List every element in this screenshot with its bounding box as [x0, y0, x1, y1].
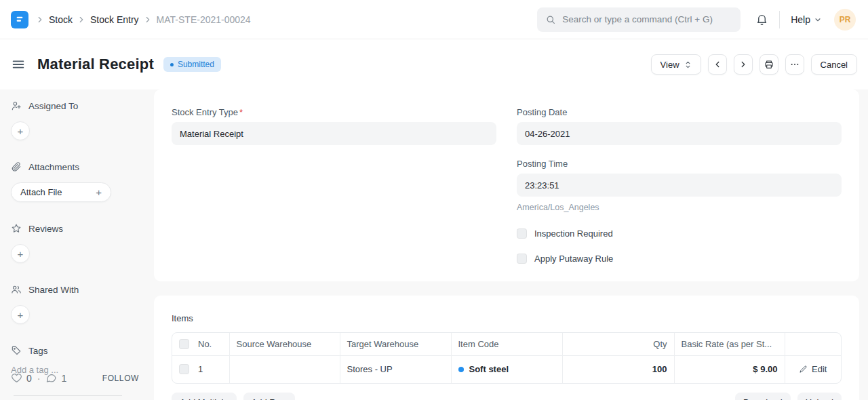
notifications-bell-icon[interactable]	[755, 13, 768, 26]
chevron-down-icon	[814, 16, 822, 24]
reviews-heading: Reviews	[11, 223, 143, 234]
star-icon	[11, 223, 22, 234]
stock-entry-type-input[interactable]: Material Receipt	[172, 122, 496, 145]
attachments-section: Attachments Attach File +	[11, 161, 143, 202]
inspection-required-checkbox[interactable]	[517, 228, 527, 239]
col-target-warehouse: Target Warehouse	[340, 333, 451, 355]
items-grid-footer: Add Multiple Add Row Download Upload	[172, 393, 842, 400]
add-row-button[interactable]: Add Row	[243, 393, 296, 400]
prev-document-button[interactable]	[708, 54, 727, 75]
search-input[interactable]	[562, 14, 732, 24]
items-header-row: No. Source Warehouse Target Warehouse It…	[172, 333, 841, 355]
attach-file-label: Attach File	[20, 187, 62, 197]
apply-putaway-rule-checkbox-row[interactable]: Apply Putaway Rule	[517, 254, 842, 264]
attach-file-button[interactable]: Attach File +	[11, 182, 111, 202]
attachments-heading: Attachments	[11, 161, 143, 172]
posting-time-input[interactable]: 23:23:51	[517, 174, 842, 197]
col-basic-rate: Basic Rate (as per St...	[674, 333, 785, 355]
edit-label: Edit	[812, 364, 827, 374]
details-card: Stock Entry Type* Material Receipt Posti…	[154, 89, 859, 281]
assigned-to-section: Assigned To +	[11, 100, 143, 140]
comments-count: 1	[61, 373, 66, 384]
download-button[interactable]: Download	[735, 393, 791, 400]
upload-button[interactable]: Upload	[797, 393, 842, 400]
add-assignment-button[interactable]: +	[11, 121, 30, 140]
col-source-warehouse: Source Warehouse	[229, 333, 340, 355]
heart-icon	[11, 372, 22, 384]
ellipsis-icon	[789, 59, 800, 70]
paperclip-icon	[11, 161, 22, 172]
col-qty: Qty	[562, 333, 674, 355]
form-column-right: Posting Date 04-26-2021 Posting Time 23:…	[517, 107, 842, 264]
search-icon	[545, 14, 556, 25]
follow-button[interactable]: FOLLOW	[102, 374, 139, 383]
breadcrumb: Stock Stock Entry MAT-STE-2021-00024	[35, 14, 251, 25]
inspection-required-checkbox-row[interactable]: Inspection Required	[517, 228, 842, 239]
select-caret-icon	[684, 60, 692, 69]
breadcrumb-stock[interactable]: Stock	[49, 14, 73, 25]
form-sidebar: Assigned To + Attachments Attach File + …	[0, 89, 154, 400]
items-row-1: 1 Stores - UP Soft steel 100 $ 9.00	[172, 355, 841, 383]
navbar: Stock Stock Entry MAT-STE-2021-00024 Hel…	[0, 0, 868, 39]
comment-icon	[45, 372, 57, 384]
qty-cell[interactable]: 100	[562, 355, 674, 383]
app-logo-icon[interactable]	[11, 11, 28, 28]
separator-dot: ·	[37, 373, 41, 384]
chevron-right-icon	[143, 15, 153, 24]
select-all-checkbox[interactable]	[179, 339, 189, 349]
required-marker: *	[239, 107, 243, 117]
source-warehouse-cell[interactable]	[229, 355, 340, 383]
stock-entry-type-field: Stock Entry Type* Material Receipt	[172, 107, 496, 145]
view-button-label: View	[660, 60, 679, 70]
tags-heading: Tags	[11, 345, 143, 356]
posting-date-field: Posting Date 04-26-2021	[517, 107, 842, 145]
navbar-divider	[779, 11, 780, 28]
posting-date-input[interactable]: 04-26-2021	[517, 122, 842, 145]
sidebar-toggle-menu-icon[interactable]	[11, 57, 26, 72]
col-item-code: Item Code	[451, 333, 562, 355]
assigned-to-label: Assigned To	[28, 101, 78, 111]
breadcrumb-stock-entry[interactable]: Stock Entry	[90, 14, 139, 25]
edit-row-cell: Edit	[785, 355, 841, 383]
print-button[interactable]	[760, 54, 778, 75]
next-document-button[interactable]	[734, 54, 753, 75]
cancel-button[interactable]: Cancel	[811, 54, 857, 75]
plus-icon: +	[96, 186, 102, 198]
likes[interactable]: 0	[11, 372, 32, 384]
user-plus-icon	[11, 100, 22, 111]
breadcrumb-current-doc[interactable]: MAT-STE-2021-00024	[157, 14, 251, 25]
user-avatar[interactable]: PR	[834, 9, 856, 31]
help-menu[interactable]: Help	[791, 14, 822, 25]
items-section-label: Items	[172, 313, 842, 323]
add-review-button[interactable]: +	[11, 244, 30, 263]
add-multiple-button[interactable]: Add Multiple	[172, 393, 237, 400]
view-button[interactable]: View	[651, 54, 701, 75]
apply-putaway-rule-label: Apply Putaway Rule	[534, 254, 613, 264]
target-warehouse-cell[interactable]: Stores - UP	[340, 355, 451, 383]
posting-date-label: Posting Date	[517, 107, 842, 117]
apply-putaway-rule-checkbox[interactable]	[517, 254, 527, 264]
more-options-button[interactable]	[785, 54, 804, 75]
status-dot-icon	[170, 63, 174, 66]
page-title: Material Receipt	[37, 56, 154, 73]
global-search[interactable]	[537, 7, 741, 32]
posting-time-label: Posting Time	[517, 159, 842, 169]
assigned-to-heading: Assigned To	[11, 100, 143, 111]
item-code-cell[interactable]: Soft steel	[451, 355, 562, 383]
add-share-button[interactable]: +	[11, 305, 30, 324]
form-main: Stock Entry Type* Material Receipt Posti…	[154, 89, 859, 400]
edit-row-button[interactable]: Edit	[792, 364, 835, 374]
col-edit	[785, 333, 841, 355]
basic-rate-cell[interactable]: $ 9.00	[674, 355, 785, 383]
row-checkbox[interactable]	[179, 364, 189, 374]
stock-entry-type-label: Stock Entry Type*	[172, 107, 496, 117]
items-card: Items No. Source Warehouse Target Wareho…	[154, 296, 859, 400]
posting-time-field: Posting Time 23:23:51 America/Los_Angele…	[517, 159, 842, 212]
items-grid: No. Source Warehouse Target Warehouse It…	[172, 332, 842, 384]
chevron-right-icon	[35, 15, 45, 24]
grid-footer-right: Download Upload	[735, 393, 842, 400]
navbar-right: Help PR	[755, 9, 856, 31]
tags-label: Tags	[28, 346, 48, 356]
page-actions: View Cancel	[651, 54, 857, 75]
comments[interactable]: 1	[45, 372, 66, 384]
